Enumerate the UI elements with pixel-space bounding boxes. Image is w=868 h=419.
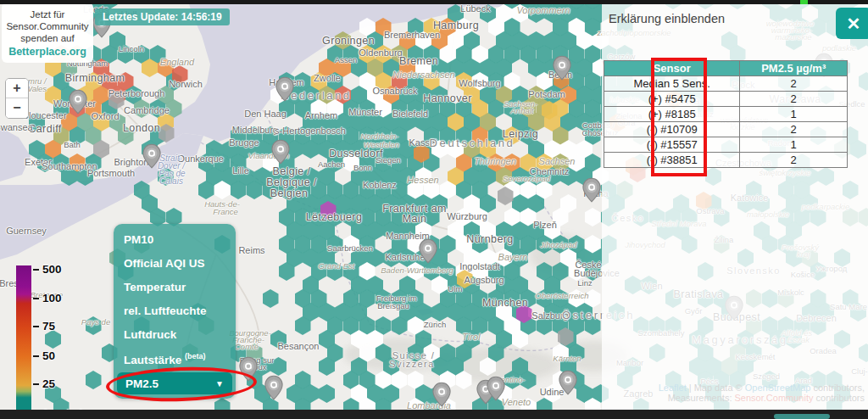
annotation-red-rectangle [651,58,707,176]
zoom-out-button[interactable]: − [6,98,28,118]
sensor-table: SensorPM2.5 µg/m³ Median 5 Sens.2(+) #54… [604,60,848,168]
air-quality-map-app: LeedsHullLincolnEnglandNottinghamBirming… [0,0,868,419]
last-update-badge: Letztes Update: 14:56:19 [95,8,230,25]
sensor-cluster-pin[interactable] [432,382,451,411]
close-icon: ✕ [847,14,861,34]
table-row: (+) #81851 [604,107,848,122]
value-cell: 2 [740,92,848,107]
sensor-cluster-pin[interactable] [419,238,437,267]
window-top-bar [0,0,868,4]
sensor-table-body: Median 5 Sens.2(+) #54752(+) #81851(-) #… [604,76,848,168]
color-scale-legend: 5001007550250 µg/m³ [0,258,95,419]
sensor-cluster-pin[interactable] [142,143,161,172]
table-header-value: PM2.5 µg/m³ [740,61,848,76]
layer-menu-items: PM10Official AQI USTemperaturrel. Luftfe… [114,224,236,372]
legend-tick [33,355,39,357]
legend-label: 100 [42,292,62,304]
sensor-cluster-pin[interactable] [559,370,577,399]
color-gradient-bar [16,265,31,417]
donation-line: spenden auf [20,33,74,43]
layer-menu-item-rel-luftfeuchte[interactable]: rel. Luftfeuchte [114,299,236,322]
sensor-cluster-pin[interactable] [271,139,290,168]
bottom-bar-teal-chip [774,414,830,419]
sensor-cluster-pin[interactable] [582,177,601,206]
layer-menu-item-temperatur[interactable]: Temperatur [114,275,236,299]
donation-line: Sensor.Community [6,21,88,31]
legend-label: 500 [42,263,62,276]
legend-label: 25 [42,377,55,390]
close-button[interactable]: ✕ [836,8,868,39]
value-cell: 2 [740,76,848,92]
table-row: Median 5 Sens.2 [604,76,848,92]
sensor-table-header: SensorPM2.5 µg/m³ [604,61,848,76]
sensor-cluster-pin[interactable] [553,55,571,84]
value-cell: 2 [740,122,848,137]
legend-tick [33,383,39,385]
legend-label: 50 [42,349,55,362]
panel-toggle-link[interactable]: Erklärung einblenden [609,12,725,25]
beta-badge: (beta) [185,352,206,360]
legend-label: 75 [42,320,55,332]
legend-tick [33,326,39,327]
donation-box: Jetzt für Sensor.Community spenden auf B… [2,3,93,63]
value-cell: 1 [740,137,848,153]
zoom-control: + − [5,78,29,119]
top-bar-green-indicator [800,0,808,4]
sensor-cluster-pin[interactable] [487,376,505,405]
window-bottom-bar [0,410,868,419]
table-row: (-) #388512 [604,153,848,168]
donation-line: Jetzt für [31,9,65,20]
legend-tick [33,298,39,299]
explanation-panel: Erklärung einblenden ✕ SensorPM2.5 µg/m³… [602,0,868,419]
value-cell: 2 [740,153,848,168]
betterplace-link[interactable]: Betterplace.org [3,46,92,58]
layer-menu-item-pm10[interactable]: PM10 [114,224,236,251]
table-row: (+) #54752 [604,92,848,107]
value-cell: 1 [740,107,848,122]
sensor-cluster-pin[interactable] [275,76,294,105]
layer-menu-item-official-aqi-us[interactable]: Official AQI US [114,251,236,275]
zoom-in-button[interactable]: + [6,79,28,98]
table-row: (-) #107092 [604,122,848,137]
layer-menu-item-luftdruck[interactable]: Luftdruck [114,322,236,346]
sensor-cluster-pin[interactable] [69,89,87,118]
sensor-cluster-pin[interactable] [264,375,283,404]
table-row: (-) #155571 [604,137,848,153]
legend-tick [33,269,39,271]
